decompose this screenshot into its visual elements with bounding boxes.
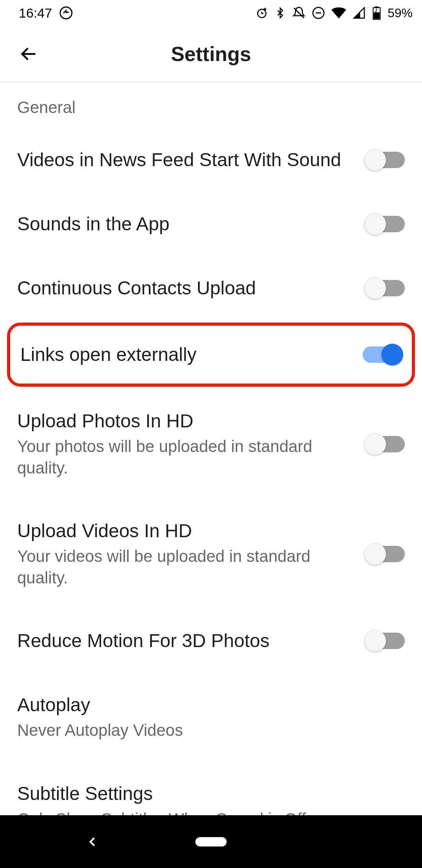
settings-content: General Videos in News Feed Start With S… [0, 82, 422, 815]
add-clock-icon [256, 7, 268, 19]
row-subtitle: Your photos will be uploaded in standard… [17, 436, 358, 479]
row-subtitle: Only Show Subtitles When Sound is Off [17, 809, 397, 815]
settings-row[interactable]: Reduce Motion For 3D Photos [0, 609, 422, 673]
app-bar: Settings [0, 26, 422, 82]
row-text: Upload Photos In HDYour photos will be u… [17, 409, 366, 479]
settings-row[interactable]: Upload Photos In HDYour photos will be u… [0, 389, 422, 499]
toggle-thumb [364, 149, 386, 171]
settings-row[interactable]: Subtitle SettingsOnly Show Subtitles Whe… [0, 762, 422, 815]
status-time: 16:47 [19, 5, 52, 21]
toggle-thumb [364, 213, 386, 235]
arrow-left-icon [17, 43, 39, 65]
settings-row[interactable]: Videos in News Feed Start With Sound [0, 128, 422, 192]
section-header-general: General [0, 82, 422, 128]
signal-icon [352, 7, 366, 19]
row-subtitle: Never Autoplay Videos [17, 720, 397, 741]
row-text: Reduce Motion For 3D Photos [17, 629, 366, 653]
row-text: Subtitle SettingsOnly Show Subtitles Whe… [17, 782, 405, 815]
toggle-switch[interactable] [366, 546, 405, 562]
row-text: Upload Videos In HDYour videos will be u… [17, 519, 366, 588]
toggle-switch[interactable] [366, 216, 405, 232]
settings-row[interactable]: Upload Videos In HDYour videos will be u… [0, 499, 422, 609]
row-text: Sounds in the App [17, 212, 366, 236]
row-title: Subtitle Settings [17, 782, 397, 805]
toggle-switch[interactable] [366, 633, 405, 649]
toggle-thumb [381, 344, 403, 366]
page-title: Settings [171, 42, 251, 66]
toggle-thumb [364, 543, 386, 565]
toggle-thumb [364, 277, 386, 299]
settings-row[interactable]: Continuous Contacts Upload [0, 256, 422, 320]
status-bar: 16:47 [0, 0, 422, 26]
status-right: 59% [256, 6, 413, 20]
bluetooth-icon [274, 6, 286, 20]
toggle-thumb [364, 433, 386, 455]
battery-icon [372, 6, 381, 20]
row-title: Upload Videos In HD [17, 519, 358, 543]
system-home-button[interactable] [195, 837, 227, 846]
row-text: Continuous Contacts Upload [17, 276, 366, 300]
row-title: Continuous Contacts Upload [17, 276, 358, 300]
row-title: Videos in News Feed Start With Sound [17, 148, 358, 172]
system-back-button[interactable] [86, 835, 99, 848]
back-button[interactable] [13, 38, 44, 70]
row-text: AutoplayNever Autoplay Videos [17, 693, 405, 741]
row-text: Links open externally [20, 343, 363, 366]
row-text: Videos in News Feed Start With Sound [17, 148, 366, 172]
settings-list: Videos in News Feed Start With SoundSoun… [0, 128, 422, 815]
toggle-switch[interactable] [366, 436, 405, 452]
notification-off-icon [292, 6, 306, 20]
toggle-switch[interactable] [366, 152, 405, 168]
do-not-disturb-icon [312, 6, 325, 20]
row-title: Sounds in the App [17, 212, 358, 236]
settings-row[interactable]: Sounds in the App [0, 192, 422, 256]
row-title: Reduce Motion For 3D Photos [17, 629, 358, 653]
sync-icon [59, 6, 73, 20]
battery-percent: 59% [388, 6, 413, 20]
system-nav-bar [0, 815, 422, 868]
toggle-switch[interactable] [363, 346, 402, 363]
row-subtitle: Your videos will be uploaded in standard… [17, 546, 358, 588]
row-title: Autoplay [17, 693, 397, 717]
settings-row[interactable]: AutoplayNever Autoplay Videos [0, 673, 422, 762]
wifi-icon [331, 7, 346, 19]
row-title: Upload Photos In HD [17, 409, 358, 433]
row-title: Links open externally [20, 343, 355, 366]
settings-row[interactable]: Links open externally [7, 323, 415, 387]
svg-rect-5 [375, 7, 378, 9]
toggle-switch[interactable] [366, 280, 405, 296]
toggle-thumb [364, 630, 386, 652]
chevron-left-icon [86, 835, 99, 848]
